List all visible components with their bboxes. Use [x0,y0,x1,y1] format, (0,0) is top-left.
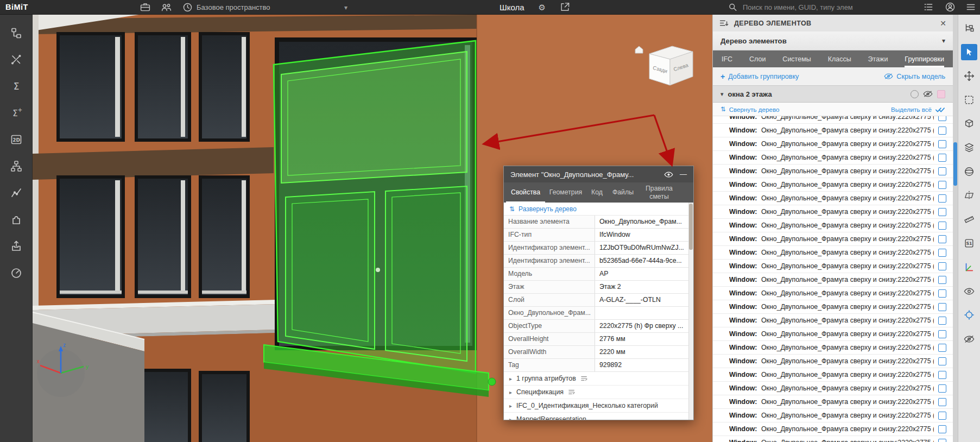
tree-item-checkbox[interactable] [938,425,946,433]
tree-item-window[interactable]: Window: Окно_Двупольное_Фрамуга сверху и… [713,436,953,442]
visibility-eye-icon[interactable] [664,171,673,178]
tree-item-checkbox[interactable] [938,317,946,325]
tree-item-window[interactable]: Window: Окно_Двупольное_Фрамуга сверху и… [713,192,953,205]
eye-icon[interactable] [961,283,977,299]
tree-item-checkbox[interactable] [938,249,946,257]
expand-tree-link[interactable]: ⇅ Развернуть дерево [504,203,688,216]
tree-item-window[interactable]: Window: Окно_Двупольное_Фрамуга сверху и… [713,395,953,409]
selected-window-highlight[interactable] [264,41,496,397]
collaboration-icon[interactable] [160,1,172,13]
tree-item-window[interactable]: Window: Окно_Двупольное_Фрамуга сверху и… [713,273,953,287]
menu-icon[interactable] [965,2,976,12]
property-value[interactable]: 2776 мм [595,333,688,345]
tree-item-checkbox[interactable] [938,235,946,243]
share-icon[interactable] [560,2,570,12]
tree-item-window[interactable]: Window: Окно_Двупольное_Фрамуга сверху и… [713,116,953,124]
pan-icon[interactable] [961,68,977,84]
props-scrollbar[interactable] [688,203,693,420]
view-list-icon[interactable] [923,2,934,12]
plugin-puzzle-icon[interactable] [9,213,23,226]
property-value[interactable]: IfcWindow [595,229,688,241]
tree-mode-dropdown[interactable]: Дерево элементов ▾ [713,31,953,50]
property-value[interactable]: 1ZJbOT9uD0fwRUmNwZJ... [595,242,688,254]
tree-item-checkbox[interactable] [938,371,946,379]
tree-item-checkbox[interactable] [938,140,946,148]
property-value[interactable]: Этаж 2 [595,281,688,293]
tree-tab[interactable]: Системы [782,50,811,67]
tree-item-window[interactable]: Window: Окно_Двупольное_Фрамуга сверху и… [713,355,953,368]
workspace-dropdown[interactable]: Базовое пространство ▾ [197,3,347,11]
property-value[interactable]: Окно_Двупольное_Фрам... [595,216,688,228]
attribute-group-row[interactable]: ▸ MappedRepresentation [504,413,688,420]
tree-tab[interactable]: Классы [828,50,851,67]
search-icon[interactable] [728,2,738,12]
tree-item-checkbox[interactable] [938,344,946,352]
minimize-icon[interactable]: — [680,172,687,177]
tree-item-window[interactable]: Window: Окно_Двупольное_Фрамуга сверху и… [713,246,953,260]
tree-item-window[interactable]: Window: Окно_Двупольное_Фрамуга сверху и… [713,124,953,137]
tree-item-window[interactable]: Window: Окно_Двупольное_Фрамуга сверху и… [713,422,953,436]
tree-tab[interactable]: Этажи [868,50,888,67]
tree-item-window[interactable]: Window: Окно_Двупольное_Фрамуга сверху и… [713,178,953,192]
graph-chart-icon[interactable] [9,186,23,199]
hide-model-button[interactable]: Скрыть модель [884,73,945,80]
search-input[interactable] [743,3,906,11]
tree-tab[interactable]: IFC [722,50,732,67]
tree-item-window[interactable]: Window: Окно_Двупольное_Фрамуга сверху и… [713,368,953,382]
props-tab[interactable]: Код [586,182,608,203]
2d-view-icon[interactable]: 2D [9,133,23,146]
measure-ruler-icon[interactable] [961,211,977,228]
sphere-icon[interactable] [961,163,977,180]
model-tree-icon[interactable] [9,27,23,40]
property-value[interactable] [595,307,688,319]
axes-icon[interactable] [961,259,977,275]
settings-gear-icon[interactable]: ⚙ [539,2,546,12]
property-value[interactable]: b52365ad-66e7-444a-9ce... [595,255,688,267]
tree-scrollbar[interactable] [953,15,958,442]
hierarchy-icon[interactable] [9,160,23,173]
eye-off-icon[interactable] [961,331,977,347]
tree-item-checkbox[interactable] [938,222,946,230]
app-logo[interactable]: BiMiT [5,3,28,11]
props-tab[interactable]: Файлы [608,182,638,203]
close-icon[interactable]: ✕ [940,19,946,28]
tree-item-checkbox[interactable] [938,276,946,284]
tree-item-checkbox[interactable] [938,439,946,442]
property-value[interactable]: АР [595,268,688,280]
tree-item-window[interactable]: Window: Окно_Двупольное_Фрамуга сверху и… [713,219,953,232]
props-tab[interactable]: Правила сметы [638,182,680,203]
tree-item-checkbox[interactable] [938,154,946,162]
grouping-row[interactable]: ▾ окна 2 этажа [713,85,953,103]
tree-scrollbar-thumb[interactable] [953,142,957,186]
collapse-tree-link[interactable]: ⇅ Свернуть дерево [720,105,779,113]
tree-item-checkbox[interactable] [938,127,946,135]
group-color-swatch[interactable] [937,90,945,98]
select-ring-icon[interactable] [911,90,919,98]
cube-icon[interactable] [961,116,977,132]
clip-plane-icon[interactable] [961,187,977,204]
add-grouping-button[interactable]: + Добавить группировку [720,72,799,81]
tree-item-checkbox[interactable] [938,398,946,406]
clash-check-icon[interactable] [9,53,23,66]
property-value[interactable]: 929892 [595,359,688,371]
layers-icon[interactable] [961,140,977,156]
tree-item-window[interactable]: Window: Окно_Двупольное_Фрамуга сверху и… [713,165,953,178]
tree-tab[interactable]: Группировки [905,50,944,67]
tree-item-checkbox[interactable] [938,412,946,420]
sum-add-icon[interactable]: Σ+ [9,106,23,119]
tree-item-checkbox[interactable] [938,116,946,121]
props-panel-titlebar[interactable]: Элемент "Окно_Двупольное_Фраму... — [504,166,693,182]
attribute-group-row[interactable]: ▸ Спецификация [504,386,688,399]
props-tab[interactable]: Свойства [506,182,545,203]
tree-item-checkbox[interactable] [938,262,946,270]
user-account-icon[interactable] [945,2,956,12]
frame-select-icon[interactable] [961,92,977,108]
tree-item-checkbox[interactable] [938,330,946,338]
model-manager-icon[interactable] [139,1,151,13]
tree-item-window[interactable]: Window: Окно_Двупольное_Фрамуга сверху и… [713,382,953,395]
tree-item-checkbox[interactable] [938,194,946,203]
property-value[interactable]: 2220x2775 (h) Фр сверху ... [595,320,688,332]
select-all-link[interactable]: Выделить всё [891,106,945,113]
attribute-group-row[interactable]: ▸ IFC_0_Идентификация_Несколько категори… [504,399,688,413]
property-value[interactable]: 2220 мм [595,346,688,358]
